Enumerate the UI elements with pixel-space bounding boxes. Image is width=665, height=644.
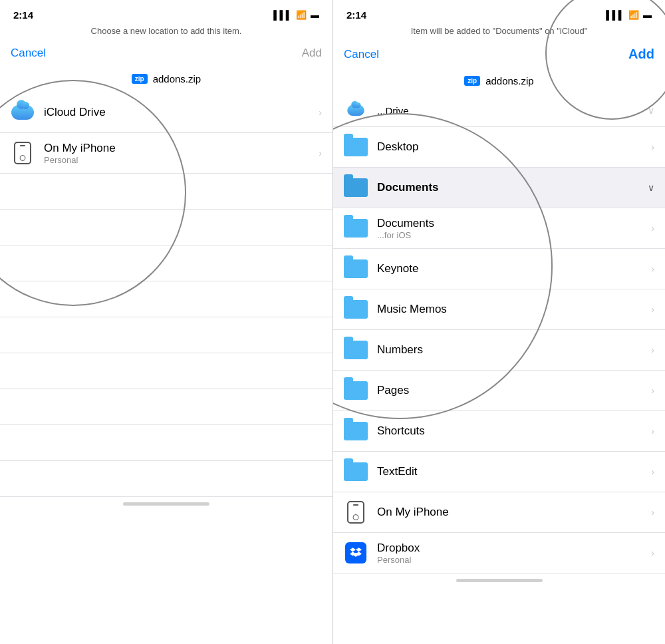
left-nav-bar: Cancel Add — [0, 44, 332, 68]
list-item-desktop[interactable]: Desktop › — [333, 127, 665, 168]
on-my-iphone-chevron: › — [319, 148, 322, 158]
documents-ios-chevron: › — [651, 223, 654, 234]
documents-ios-sublabel: ...for iOS — [377, 230, 651, 240]
drive-partial-icon — [344, 98, 368, 122]
desktop-label: Desktop — [377, 140, 651, 154]
dropbox-label: Dropbox — [377, 542, 651, 555]
shortcuts-chevron: › — [651, 426, 654, 436]
documents-selected-folder-icon — [344, 176, 368, 200]
music-memos-folder-icon — [344, 297, 368, 321]
numbers-label: Numbers — [377, 343, 651, 357]
keynote-chevron: › — [651, 263, 654, 274]
icloud-icon — [11, 100, 35, 124]
music-memos-label: Music Memos — [377, 303, 651, 316]
list-item-on-my-iphone-right[interactable]: On My iPhone › — [333, 492, 665, 533]
list-item-icloud[interactable]: iCloud Drive › — [0, 92, 332, 133]
left-list: iCloud Drive › On My iPhone Personal › — [0, 92, 332, 497]
left-zip-badge: zip — [132, 74, 148, 84]
keynote-folder-icon — [344, 257, 368, 281]
documents-ios-folder-icon — [344, 216, 368, 240]
list-item-shortcuts[interactable]: Shortcuts › — [333, 411, 665, 452]
numbers-folder-icon — [344, 338, 368, 362]
empty-row-5 — [0, 317, 332, 353]
iphone-device-icon — [11, 141, 35, 165]
right-add-button[interactable]: Add — [628, 47, 654, 62]
documents-ios-label: Documents — [377, 217, 651, 230]
desktop-chevron: › — [651, 142, 654, 152]
list-item-numbers[interactable]: Numbers › — [333, 330, 665, 371]
shortcuts-folder-icon — [344, 419, 368, 443]
right-phone-screen: 2:14 ▌▌▌ 📶 ▬ Item will be added to "Docu… — [332, 0, 665, 644]
dropbox-chevron: › — [651, 548, 654, 558]
empty-row-8 — [0, 425, 332, 461]
on-my-iphone-right-icon — [344, 500, 368, 524]
right-status-time: 2:14 — [346, 9, 366, 21]
keynote-label: Keynote — [377, 262, 651, 275]
pages-label: Pages — [377, 384, 651, 397]
icloud-label: iCloud Drive — [44, 106, 319, 119]
empty-row-3 — [0, 245, 332, 281]
list-item-textedit[interactable]: TextEdit › — [333, 452, 665, 492]
list-item-pages[interactable]: Pages › — [333, 371, 665, 411]
drive-partial-chevron: ∨ — [648, 105, 654, 116]
shortcuts-label: Shortcuts — [377, 424, 651, 438]
documents-selected-expand: ∨ — [648, 182, 654, 193]
signal-icon: ▌▌▌ — [273, 10, 292, 20]
empty-row-7 — [0, 389, 332, 425]
left-home-indicator — [123, 502, 209, 506]
icloud-chevron: › — [319, 107, 322, 118]
right-home-indicator — [456, 579, 543, 582]
pages-chevron: › — [651, 385, 654, 396]
empty-row-1 — [0, 174, 332, 210]
left-status-time: 2:14 — [13, 9, 33, 21]
left-add-button: Add — [302, 47, 322, 60]
textedit-chevron: › — [651, 466, 654, 477]
left-subtitle: Choose a new location to add this item. — [0, 26, 332, 44]
right-battery-icon: ▬ — [643, 10, 652, 20]
empty-row-9 — [0, 461, 332, 497]
wifi-icon: 📶 — [296, 10, 307, 20]
on-my-iphone-label: On My iPhone — [44, 142, 319, 155]
dropbox-icon — [345, 542, 366, 564]
empty-row-4 — [0, 281, 332, 317]
right-file-preview: zip addons.zip — [333, 70, 665, 94]
list-item-music-memos[interactable]: Music Memos › — [333, 289, 665, 330]
left-file-name: addons.zip — [153, 73, 201, 84]
right-status-icons: ▌▌▌ 📶 ▬ — [606, 10, 652, 20]
list-item-keynote[interactable]: Keynote › — [333, 249, 665, 289]
list-item-documents-selected[interactable]: Documents ∨ — [333, 168, 665, 208]
right-wifi-icon: 📶 — [628, 10, 639, 20]
empty-row-2 — [0, 210, 332, 245]
dropbox-icon-container — [344, 541, 368, 565]
left-status-bar: 2:14 ▌▌▌ 📶 ▬ — [0, 0, 332, 26]
right-zip-badge: zip — [464, 76, 480, 86]
documents-selected-label: Documents — [377, 181, 648, 194]
right-signal-icon: ▌▌▌ — [606, 10, 624, 20]
battery-icon: ▬ — [311, 10, 319, 20]
right-file-name: addons.zip — [485, 75, 534, 86]
on-my-iphone-right-chevron: › — [651, 507, 654, 518]
list-item-documents-ios[interactable]: Documents ...for iOS › — [333, 208, 665, 249]
textedit-label: TextEdit — [377, 465, 651, 478]
drive-partial-label: ...Drive — [377, 105, 648, 116]
empty-row-6 — [0, 353, 332, 389]
list-item-dropbox[interactable]: Dropbox Personal › — [333, 533, 665, 573]
dropbox-sublabel: Personal — [377, 555, 651, 565]
right-cancel-button[interactable]: Cancel — [344, 48, 379, 61]
left-status-icons: ▌▌▌ 📶 ▬ — [273, 10, 319, 20]
numbers-chevron: › — [651, 345, 654, 355]
right-list: ...Drive ∨ Desktop › Documents ∨ Documen… — [333, 94, 665, 573]
right-subtitle: Item will be added to "Documents" on "iC… — [333, 26, 665, 44]
list-item-drive-partial[interactable]: ...Drive ∨ — [333, 94, 665, 127]
left-phone-screen: 2:14 ▌▌▌ 📶 ▬ Choose a new location to ad… — [0, 0, 332, 644]
left-cancel-button[interactable]: Cancel — [11, 47, 46, 60]
music-memos-chevron: › — [651, 304, 654, 315]
on-my-iphone-sublabel: Personal — [44, 155, 319, 165]
right-nav-bar: Cancel Add — [333, 44, 665, 70]
left-file-preview: zip addons.zip — [0, 68, 332, 92]
pages-folder-icon — [344, 379, 368, 402]
desktop-folder-icon — [344, 135, 368, 159]
right-status-bar: 2:14 ▌▌▌ 📶 ▬ — [333, 0, 665, 26]
on-my-iphone-right-label: On My iPhone — [377, 506, 651, 519]
list-item-on-my-iphone[interactable]: On My iPhone Personal › — [0, 133, 332, 174]
